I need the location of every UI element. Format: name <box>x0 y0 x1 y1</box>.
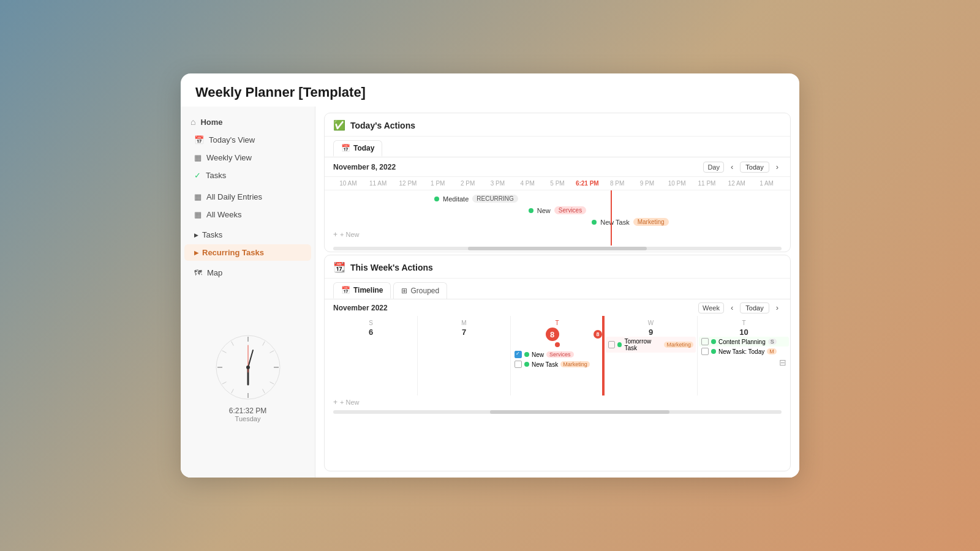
hour-5pm: 5 PM <box>543 180 573 187</box>
sections-container: ✅ Today's Actions 📅 Today November 8, 20… <box>315 107 799 478</box>
week-tag-services: Services <box>546 351 574 358</box>
tab-timeline[interactable]: 📅 Timeline <box>333 282 391 299</box>
group-icon: ⊞ <box>401 287 407 295</box>
sidebar: ⌂ Home 📅 Today's View ▦ Weekly View ✓ Ta… <box>181 107 315 478</box>
checkbox-new-services[interactable] <box>514 351 522 358</box>
app-title: Weekly Planner [Template] <box>181 73 799 107</box>
week-col-m7: M 7 <box>418 316 511 395</box>
sidebar-section-tasks-label: Tasks <box>202 230 222 239</box>
tomorrow-task-label: Tomorrow Task <box>624 338 662 351</box>
sidebar-label-all-weeks: All Weeks <box>206 210 242 219</box>
todays-actions-title: Today's Actions <box>350 121 415 130</box>
new-label-week: + New <box>340 399 360 406</box>
checkbox-content-planning[interactable] <box>701 338 709 345</box>
week-task-new-services: New Services <box>512 350 602 359</box>
home-icon: ⌂ <box>190 117 195 127</box>
checkbox-tomorrow[interactable] <box>608 341 615 348</box>
calendar-mini-icon: 📅 <box>341 144 350 152</box>
sidebar-item-map[interactable]: 🗺 Map <box>184 264 311 281</box>
checkbox-new-today[interactable] <box>701 348 709 355</box>
week-tag-marketing: Marketing <box>560 361 590 367</box>
week-header-row: November 2022 Week ‹ Today › <box>325 299 790 316</box>
today-week-btn[interactable]: Today <box>740 302 769 313</box>
hour-8pm: 8 PM <box>602 180 632 187</box>
svg-line-6 <box>270 351 274 353</box>
task-meditate-label: Meditate <box>443 195 469 203</box>
tag-services: Services <box>554 206 586 214</box>
new-entry-btn-week[interactable]: + + New <box>325 395 790 409</box>
dot-new-services <box>529 208 533 213</box>
sidebar-item-todays-view[interactable]: 📅 Today's View <box>184 132 311 148</box>
sidebar-section-recurring[interactable]: ▶ Recurring Tasks <box>184 244 311 261</box>
sidebar-item-tasks[interactable]: ✓ Tasks <box>184 167 311 184</box>
week-month-label: November 2022 <box>333 304 692 312</box>
week-date-6: 6 <box>326 328 416 337</box>
sidebar-item-all-weeks[interactable]: ▦ All Weeks <box>184 206 311 223</box>
hour-4pm: 4 PM <box>513 180 543 187</box>
svg-line-9 <box>231 342 233 346</box>
week-task-new-task: New Task Marketing <box>512 359 602 369</box>
week-task-tomorrow: Tomorrow Task Marketing <box>606 337 696 353</box>
scrollbar-week[interactable] <box>333 410 782 414</box>
tab-grouped[interactable]: ⊞ Grouped <box>393 282 447 299</box>
sidebar-item-weekly-view[interactable]: ▦ Weekly View <box>184 149 311 166</box>
next-week-btn[interactable]: › <box>773 302 782 313</box>
sidebar-label-tasks: Tasks <box>206 171 226 180</box>
svg-line-8 <box>262 389 265 394</box>
scrollbar-today[interactable] <box>333 247 782 250</box>
main-card: Weekly Planner [Template] ⌂ Home 📅 Today… <box>181 73 799 478</box>
tab-today[interactable]: 📅 Today <box>333 140 382 157</box>
week-day-m: M <box>419 318 509 328</box>
week-col-w9: W 9 Tomorrow Task Marketing <box>605 316 698 395</box>
weeks-actions-card: 📆 This Week's Actions 📅 Timeline ⊞ Group… <box>324 255 791 471</box>
today-nav-btn[interactable]: Today <box>740 162 769 173</box>
new-entry-btn-today[interactable]: + + New <box>325 228 790 241</box>
new-task-today-label: New Task: Today <box>718 348 764 355</box>
timeline-date: November 8, 2022 <box>333 163 703 171</box>
calendar-icon: 📅 <box>194 135 204 144</box>
timeline-rows: Meditate RECURRING New Services <box>325 190 790 246</box>
task-row-meditate: Meditate RECURRING <box>325 193 790 204</box>
main-content: ✅ Today's Actions 📅 Today November 8, 20… <box>315 107 799 478</box>
svg-line-11 <box>222 382 226 384</box>
check-icon: ✅ <box>333 119 345 131</box>
checkbox-new-task[interactable] <box>514 361 522 368</box>
sidebar-home[interactable]: ⌂ Home <box>181 113 315 131</box>
week-day-s: S <box>326 318 416 328</box>
svg-line-7 <box>270 382 274 384</box>
hour-1pm: 1 PM <box>423 180 453 187</box>
week-select[interactable]: Week <box>698 302 724 313</box>
sidebar-section-tasks[interactable]: ▶ Tasks <box>184 227 311 243</box>
next-day-btn[interactable]: › <box>773 161 782 173</box>
plus-icon-today: + <box>333 230 337 239</box>
triangle-icon-tasks: ▶ <box>194 232 198 238</box>
timeline-header: November 8, 2022 Day ‹ Today › <box>325 157 790 177</box>
tab-timeline-label: Timeline <box>353 286 383 294</box>
hour-11pm: 11 PM <box>692 180 722 187</box>
sidebar-label-all-daily: All Daily Entries <box>206 192 262 201</box>
hour-12pm: 12 PM <box>393 180 423 187</box>
grid-icon: ▦ <box>194 153 202 162</box>
hour-11am: 11 AM <box>363 180 393 187</box>
prev-week-btn[interactable]: ‹ <box>728 302 736 313</box>
prev-day-btn[interactable]: ‹ <box>728 161 736 173</box>
week-newtask-label: New Task <box>532 361 558 368</box>
grid3-icon: ▦ <box>194 210 202 219</box>
day-select[interactable]: Day <box>703 162 724 173</box>
timeline-hours: 10 AM 11 AM 12 PM 1 PM 2 PM 3 PM 4 PM 5 … <box>325 177 790 190</box>
tag-recurring: RECURRING <box>472 195 518 203</box>
hour-2pm: 2 PM <box>453 180 483 187</box>
clock-svg <box>211 331 285 404</box>
svg-line-5 <box>262 342 265 346</box>
dot-week-new <box>524 352 529 357</box>
sidebar-item-all-daily-entries[interactable]: ▦ All Daily Entries <box>184 189 311 205</box>
check-circle-icon: ✓ <box>194 171 201 180</box>
hour-621pm: 6:21 PM <box>572 180 602 187</box>
sidebar-label-todays-view: Today's View <box>209 135 255 144</box>
todays-actions-card: ✅ Today's Actions 📅 Today November 8, 20… <box>324 113 791 252</box>
svg-line-12 <box>231 389 233 394</box>
week-task-content-planning: Content Planning S <box>699 337 789 347</box>
todays-actions-tabs: 📅 Today <box>325 137 790 157</box>
plus-icon-week: + <box>333 398 337 407</box>
tag-content-s: S <box>768 339 777 345</box>
